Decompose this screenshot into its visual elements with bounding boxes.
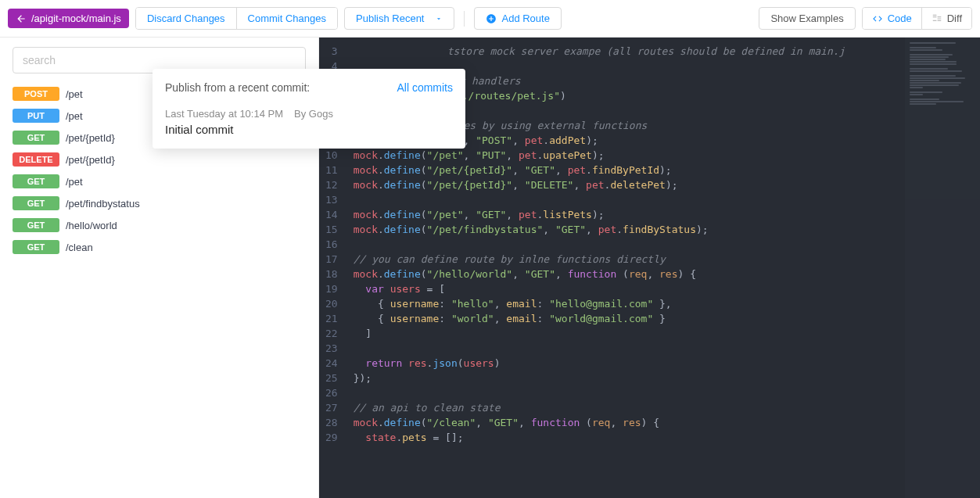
method-badge: PUT (13, 109, 59, 123)
method-badge: GET (13, 240, 59, 254)
back-arrow-icon (16, 13, 27, 24)
route-item[interactable]: GET/hello/world (13, 216, 306, 235)
editor-minimap[interactable] (905, 38, 980, 498)
breadcrumb[interactable]: /apigit-mock/main.js (8, 9, 129, 28)
diff-tab-button[interactable]: Diff (921, 8, 971, 29)
method-badge: GET (13, 196, 59, 210)
route-path: /pet/{petId} (66, 132, 115, 144)
chevron-down-icon (435, 15, 443, 23)
route-item[interactable]: GET/pet/findbystatus (13, 194, 306, 213)
show-examples-button[interactable]: Show Examples (759, 7, 855, 30)
publish-dropdown-title: Publish from a recent commit: (165, 81, 310, 94)
commit-time: Last Tuesday at 10:14 PM (165, 108, 283, 120)
route-path: /pet/findbystatus (66, 198, 140, 210)
route-path: /clean (66, 242, 93, 253)
publish-dropdown: Publish from a recent commit: All commit… (153, 69, 465, 149)
commit-message: Initial commit (165, 123, 453, 136)
route-path: /pet (66, 110, 83, 122)
plus-circle-icon (486, 13, 497, 24)
toolbar: /apigit-mock/main.js Discard Changes Com… (0, 0, 980, 38)
commit-changes-button[interactable]: Commit Changes (236, 8, 337, 29)
changes-button-group: Discard Changes Commit Changes (135, 7, 338, 30)
method-badge: GET (13, 174, 59, 188)
all-commits-link[interactable]: All commits (397, 81, 453, 94)
route-path: /pet (66, 176, 83, 188)
view-toggle-group: Code Diff (862, 7, 972, 30)
method-badge: GET (13, 218, 59, 232)
route-item[interactable]: GET/clean (13, 238, 306, 256)
diff-icon (932, 13, 942, 24)
route-path: /pet/{petId} (66, 154, 115, 166)
commit-author: By Gogs (294, 108, 333, 120)
toolbar-divider (464, 11, 465, 27)
route-item[interactable]: GET/pet (13, 172, 306, 191)
commit-item[interactable]: Last Tuesday at 10:14 PM By Gogs Initial… (165, 108, 453, 136)
publish-recent-label: Publish Recent (356, 13, 424, 24)
breadcrumb-path: /apigit-mock/main.js (31, 13, 121, 24)
route-path: /pet (66, 88, 83, 100)
code-icon (872, 13, 883, 24)
method-badge: GET (13, 131, 59, 145)
publish-recent-button[interactable]: Publish Recent (344, 7, 454, 30)
code-tab-button[interactable]: Code (863, 8, 921, 29)
add-route-button[interactable]: Add Route (474, 7, 561, 30)
method-badge: DELETE (13, 152, 59, 167)
route-item[interactable]: DELETE/pet/{petId} (13, 150, 306, 169)
code-tab-label: Code (888, 13, 912, 24)
diff-tab-label: Diff (947, 13, 962, 24)
discard-changes-button[interactable]: Discard Changes (136, 8, 236, 29)
main: POST/petPUT/petGET/pet/{petId}DELETE/pet… (0, 38, 980, 498)
route-path: /hello/world (66, 220, 117, 231)
add-route-label: Add Route (501, 13, 549, 24)
method-badge: POST (13, 87, 59, 101)
